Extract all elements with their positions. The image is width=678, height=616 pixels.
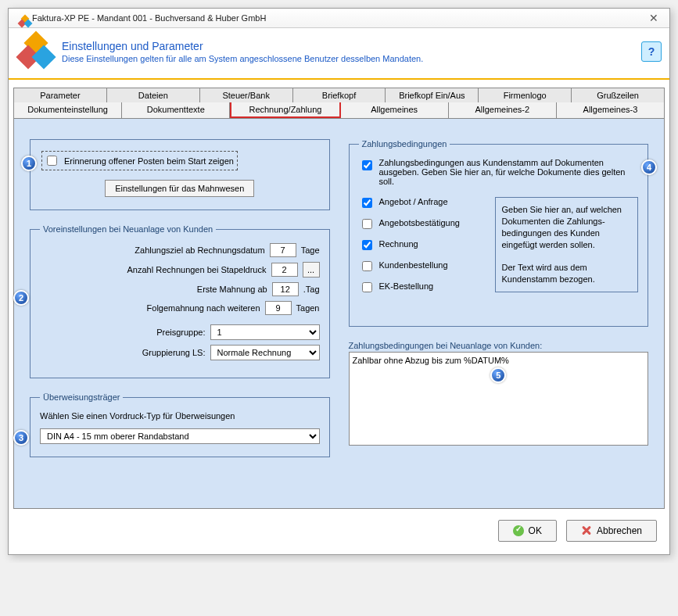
callout-3: 3	[13, 430, 29, 446]
tab-allgemeines-2[interactable]: Allgemeines-2	[449, 102, 557, 118]
voreinstellungen-fieldset: Voreinstellungen bei Neuanlage von Kunde…	[30, 224, 330, 378]
ueberweisung-fieldset: Überweisungsträger 3 Wählen Sie einen Vo…	[30, 392, 330, 457]
tab-briefkopf[interactable]: Briefkopf	[293, 88, 386, 102]
tab-dateien[interactable]: Dateien	[107, 88, 200, 102]
titlebar: Faktura-XP PE - Mandant 001 - Buchversan…	[9, 9, 669, 28]
zb-kundenbest-label: Kundenbestellung	[379, 260, 448, 270]
help-button[interactable]: ?	[641, 41, 662, 62]
footer: OK Abbrechen	[9, 509, 669, 554]
reminder-checkbox-wrap[interactable]: Erinnerung offener Posten beim Start zei…	[41, 151, 238, 170]
tab-allgemeines[interactable]: Allgemeines	[341, 102, 449, 118]
zb-enable-checkbox[interactable]	[362, 160, 372, 170]
callout-4: 4	[641, 159, 657, 175]
cancel-label: Abbrechen	[597, 525, 642, 536]
folge-label: Folgemahnung nach weiteren	[147, 303, 260, 313]
stapel-input[interactable]	[271, 263, 298, 277]
tab-rechnung-zahlung[interactable]: Rechnung/Zahlung	[230, 102, 340, 118]
tab-briefkopf-ein-aus[interactable]: Briefkopf Ein/Aus	[386, 88, 479, 102]
folge-unit: Tagen	[296, 303, 320, 313]
zahlungsziel-unit: Tage	[301, 245, 320, 255]
tab-firmenlogo[interactable]: Firmenlogo	[479, 88, 572, 102]
cancel-icon	[581, 525, 592, 536]
zahlungsziel-input[interactable]	[270, 243, 296, 257]
header-icon	[16, 33, 54, 70]
page-subtitle: Diese Einstellungen gelten für alle am S…	[62, 54, 641, 63]
zb-rechnung-checkbox[interactable]	[362, 240, 372, 250]
window: Faktura-XP PE - Mandant 001 - Buchversan…	[8, 8, 670, 555]
tab-parameter[interactable]: Parameter	[13, 88, 107, 102]
folge-input[interactable]	[265, 301, 292, 315]
zahlungsbedingungen-fieldset: Zahlungsbedingungen 4 Zahlungsbedingunge…	[349, 139, 649, 327]
ueberweisung-select[interactable]: DIN A4 - 15 mm oberer Randabstand	[40, 428, 320, 444]
tab-steuer-bank[interactable]: Steuer/Bank	[200, 88, 293, 102]
zb-info-box: Geben Sie hier an, auf welchen Dokumente…	[495, 197, 639, 292]
cancel-button[interactable]: Abbrechen	[566, 520, 657, 542]
zb-kundenbest-checkbox[interactable]	[362, 261, 372, 271]
zb-neu-label: Zahlungsbedingungen bei Neuanlage von Ku…	[349, 341, 649, 350]
callout-5: 5	[490, 367, 506, 383]
tab-allgemeines-3[interactable]: Allgemeines-3	[557, 102, 665, 118]
app-icon	[15, 12, 27, 24]
zb-enable-label: Zahlungsbedingungen aus Kundenstamm auf …	[379, 158, 639, 186]
zb-ekbest-label: EK-Bestellung	[379, 281, 434, 291]
preisgruppe-label: Preisgruppe:	[156, 328, 205, 337]
zb-angebot-label: Angebot / Anfrage	[379, 197, 448, 206]
zb-neu-textarea[interactable]	[349, 352, 649, 446]
zb-angebot-checkbox[interactable]	[362, 198, 372, 208]
page-title: Einstellungen und Parameter	[62, 40, 641, 52]
stapel-more-button[interactable]: ...	[303, 262, 320, 278]
reminder-checkbox[interactable]	[47, 156, 57, 166]
erste-mahnung-input[interactable]	[272, 282, 299, 296]
zb-angebotsbest-label: Angebotsbestätigung	[379, 218, 460, 227]
header: Einstellungen und Parameter Diese Einste…	[9, 28, 669, 80]
window-title: Faktura-XP PE - Mandant 001 - Buchversan…	[32, 13, 644, 23]
zahlungsbedingungen-legend: Zahlungsbedingungen	[359, 139, 450, 149]
tab-body: 1 Erinnerung offener Posten beim Start z…	[13, 118, 665, 509]
ok-icon	[513, 525, 524, 536]
zahlungsziel-label: Zahlungsziel ab Rechnungsdatum	[135, 245, 264, 255]
stapel-label: Anzahl Rechnungen bei Stapeldruck	[127, 265, 267, 274]
preisgruppe-select[interactable]: 1	[210, 324, 320, 340]
erste-mahnung-label: Erste Mahnung ab	[197, 285, 267, 294]
callout-2: 2	[13, 290, 29, 306]
close-icon[interactable]: ✕	[644, 12, 663, 24]
ok-label: OK	[529, 525, 542, 536]
callout-1: 1	[21, 156, 37, 171]
ok-button[interactable]: OK	[498, 520, 557, 542]
reminder-checkbox-label: Erinnerung offener Posten beim Start zei…	[64, 156, 234, 166]
voreinstellungen-legend: Voreinstellungen bei Neuanlage von Kunde…	[40, 224, 216, 234]
tab-dokumenttexte[interactable]: Dokumenttexte	[122, 102, 230, 118]
tab-grusszeilen[interactable]: Grußzeilen	[572, 88, 665, 102]
zb-rechnung-label: Rechnung	[379, 239, 418, 249]
tab-dokumenteinstellung[interactable]: Dokumenteinstellung	[13, 102, 122, 118]
gruppierung-select[interactable]: Normale Rechnung	[210, 345, 320, 360]
zb-ekbest-checkbox[interactable]	[362, 282, 372, 292]
erste-mahnung-unit: .Tag	[303, 285, 320, 294]
ueberweisung-legend: Überweisungsträger	[40, 392, 123, 402]
ueberweisung-text: Wählen Sie einen Vordruck-Typ für Überwe…	[40, 411, 320, 421]
gruppierung-label: Gruppierung LS:	[142, 348, 206, 357]
dunning-settings-button[interactable]: Einstellungen für das Mahnwesen	[105, 180, 254, 197]
tabs: Parameter Dateien Steuer/Bank Briefkopf …	[13, 88, 665, 509]
zb-angebotsbest-checkbox[interactable]	[362, 219, 372, 229]
